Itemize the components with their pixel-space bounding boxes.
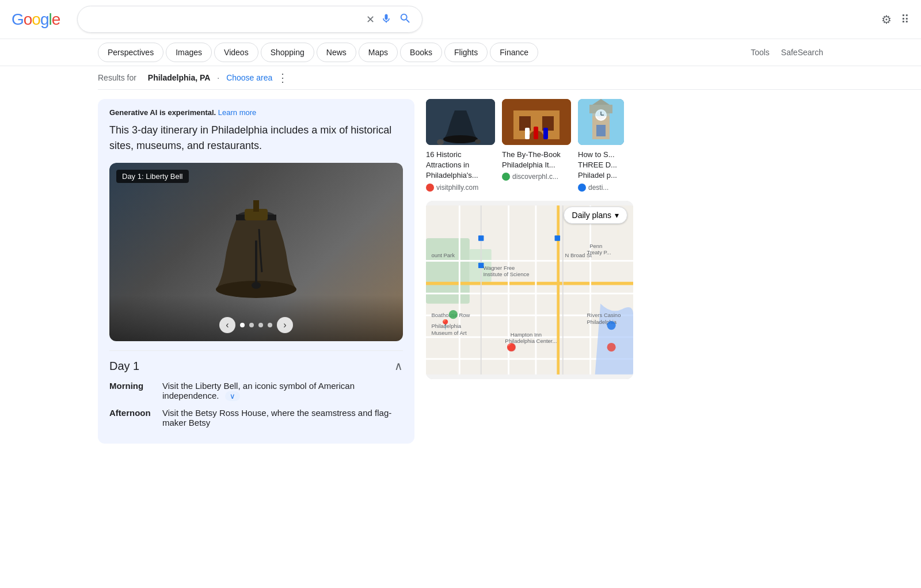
article-title-1: 16 Historic Attractions in Philadelphia'… (426, 150, 495, 181)
tab-flights[interactable]: Flights (444, 43, 488, 62)
svg-rect-31 (426, 259, 633, 261)
clear-button[interactable]: ✕ (366, 13, 375, 26)
collapse-button[interactable]: ∧ (394, 359, 403, 373)
carousel-dot-3[interactable] (258, 323, 263, 327)
svg-rect-25 (596, 125, 606, 136)
article-thumb-2 (502, 99, 571, 145)
ai-label-bold: Generative AI is experimental. (109, 108, 216, 117)
day1-header[interactable]: Day 1 ∧ (109, 359, 403, 373)
daily-plans-button[interactable]: Daily plans ▾ (564, 207, 627, 224)
day1-section: Day 1 ∧ Morning Visit the Liberty Bell, … (109, 350, 403, 427)
choose-area-link[interactable]: Choose area (226, 73, 272, 82)
svg-rect-16 (534, 127, 538, 139)
apps-button[interactable]: ⠿ (901, 13, 909, 26)
thumb-1-svg (426, 99, 495, 145)
more-options-button[interactable]: ⋮ (277, 71, 288, 85)
svg-point-62 (607, 321, 616, 330)
article-card-1[interactable]: 16 Historic Attractions in Philadelphia'… (426, 99, 495, 192)
image-carousel: Day 1: Liberty Bell ‹ › (109, 163, 403, 341)
svg-text:Rivers Casino: Rivers Casino (587, 312, 621, 318)
svg-point-6 (252, 282, 261, 289)
tab-news[interactable]: News (317, 43, 356, 62)
nav-right-tools: Tools SafeSearch (751, 48, 823, 57)
search-input[interactable]: plan me a 3 day trip to philadephia that… (87, 14, 360, 25)
svg-rect-4 (253, 200, 259, 212)
article-thumb-1 (426, 99, 495, 145)
main-column: Generative AI is experimental. Learn mor… (0, 90, 414, 464)
tab-videos[interactable]: Videos (214, 43, 258, 62)
tools-link[interactable]: Tools (751, 48, 770, 57)
morning-label: Morning (109, 381, 155, 401)
svg-text:Hampton Inn: Hampton Inn (511, 331, 542, 337)
settings-button[interactable]: ⚙ (881, 13, 892, 26)
tab-finance[interactable]: Finance (490, 43, 538, 62)
article-title-3: How to S... THREE D... Philadel p... (578, 150, 624, 181)
nav-tabs: Perspectives Images Videos Shopping News… (0, 39, 921, 66)
carousel-dot-1[interactable] (240, 323, 245, 327)
thumb-2-svg (502, 99, 571, 145)
morning-item: Morning Visit the Liberty Bell, an iconi… (109, 381, 403, 401)
tab-perspectives[interactable]: Perspectives (98, 43, 163, 62)
source-icon-3 (578, 184, 586, 192)
tab-maps[interactable]: Maps (359, 43, 398, 62)
right-panel: 16 Historic Attractions in Philadelphia'… (414, 90, 645, 464)
article-source-3: desti... (578, 184, 624, 192)
voice-search-button[interactable] (380, 13, 392, 26)
svg-text:Museum of Art: Museum of Art (431, 329, 466, 335)
location-prefix: Results for (98, 73, 136, 82)
daily-plans-chevron-icon: ▾ (615, 211, 619, 220)
search-button[interactable] (398, 11, 413, 28)
header-right: ⚙ ⠿ (881, 13, 909, 26)
svg-rect-43 (478, 235, 484, 240)
logo-letter-g2: g (40, 10, 49, 28)
carousel-image: Day 1: Liberty Bell (109, 163, 403, 341)
svg-rect-37 (481, 205, 482, 375)
article-card-2[interactable]: The By-The-Book Philadelphia It... disco… (502, 99, 571, 192)
ai-description: This 3-day itinerary in Philadelphia inc… (109, 123, 403, 154)
svg-rect-42 (557, 205, 560, 375)
tab-books[interactable]: Books (400, 43, 442, 62)
tab-shopping[interactable]: Shopping (261, 43, 314, 62)
day-label: Day 1: Liberty Bell (116, 170, 189, 183)
map-svg: ount Park Wagner Free Institute of Scien… (426, 201, 633, 379)
ai-section: Generative AI is experimental. Learn mor… (98, 99, 414, 444)
logo-letter-e: e (52, 10, 60, 28)
source-icon-2 (502, 173, 510, 181)
google-logo[interactable]: Google (12, 10, 60, 29)
search-icon (399, 12, 412, 25)
tab-images[interactable]: Images (166, 43, 212, 62)
logo-letter-o1: o (24, 10, 32, 28)
article-card-3[interactable]: How to S... THREE D... Philadel p... des… (578, 99, 624, 192)
carousel-dot-2[interactable] (249, 323, 254, 327)
svg-text:Penn: Penn (589, 243, 602, 249)
logo-letter-g: G (12, 10, 24, 28)
svg-rect-39 (535, 205, 536, 375)
carousel-prev-button[interactable]: ‹ (219, 317, 235, 333)
article-source-2: discoverphl.c... (502, 173, 571, 181)
location-name: Philadelphia, PA (148, 73, 211, 82)
day1-title: Day 1 (109, 360, 139, 373)
article-title-2: The By-The-Book Philadelphia It... (502, 150, 571, 170)
mic-icon (380, 13, 392, 24)
svg-text:🔴: 🔴 (507, 342, 516, 352)
carousel-dot-4[interactable] (268, 323, 272, 327)
learn-more-link[interactable]: Learn more (218, 108, 256, 117)
svg-point-9 (437, 139, 444, 145)
svg-text:Treaty P...: Treaty P... (587, 249, 611, 255)
svg-rect-15 (525, 128, 530, 139)
page-body: Generative AI is experimental. Learn mor… (0, 90, 921, 464)
afternoon-text: Visit the Betsy Ross House, where the se… (162, 408, 403, 427)
daily-plans-label: Daily plans (572, 211, 611, 220)
header: Google plan me a 3 day trip to philadeph… (0, 0, 921, 39)
map-background: ount Park Wagner Free Institute of Scien… (426, 201, 633, 379)
carousel-next-button[interactable]: › (277, 317, 293, 333)
ai-label: Generative AI is experimental. Learn mor… (109, 108, 403, 117)
safesearch-link[interactable]: SafeSearch (781, 48, 823, 57)
carousel-controls: ‹ › (219, 317, 293, 333)
expand-morning-button[interactable]: ∨ (225, 391, 240, 401)
map-container[interactable]: ount Park Wagner Free Institute of Scien… (426, 201, 633, 379)
svg-point-63 (607, 342, 616, 351)
search-bar[interactable]: plan me a 3 day trip to philadephia that… (77, 6, 423, 33)
afternoon-item: Afternoon Visit the Betsy Ross House, wh… (109, 408, 403, 427)
svg-rect-30 (426, 281, 633, 285)
